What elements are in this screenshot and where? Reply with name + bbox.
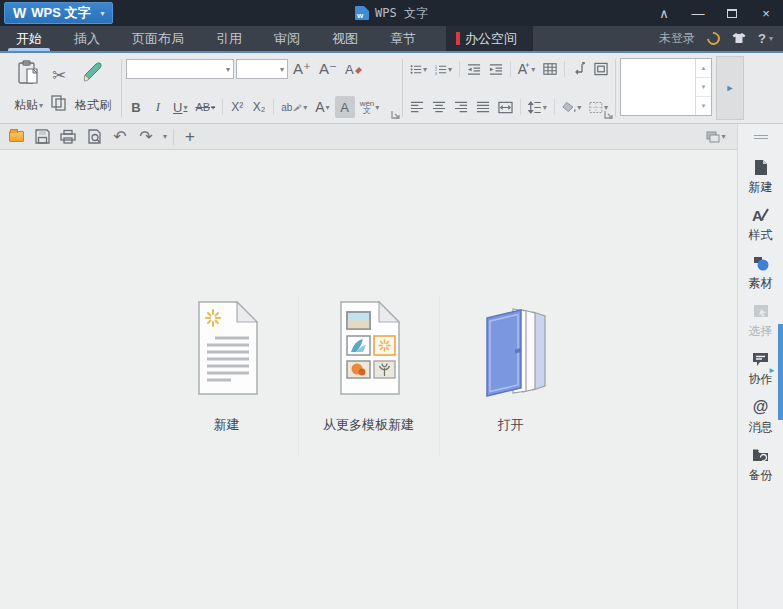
pane-expand-icon[interactable]: ► [768,366,776,375]
format-painter-icon[interactable] [82,61,104,89]
align-right-button[interactable] [451,96,471,118]
tab-references[interactable]: 引用 [200,26,258,51]
sidebar-item-materials[interactable]: 素材 [738,254,783,292]
sidebar-label: 素材 [749,275,773,292]
tab-view[interactable]: 视图 [316,26,374,51]
sidebar-handle[interactable] [738,124,783,150]
decrease-indent-button[interactable] [464,58,484,80]
sidebar-item-styles[interactable]: A 样式 [738,206,783,244]
tab-insert[interactable]: 插入 [58,26,116,51]
new-from-templates-card[interactable]: 从更多模板新建 [298,296,440,456]
tab-office-space[interactable]: 办公空间 [446,26,533,51]
paste-icon[interactable] [17,60,41,90]
gallery-expand-strip[interactable]: ► [716,56,744,120]
switch-layout-button[interactable]: ▾ [701,127,731,147]
align-right-icon [454,101,468,113]
numbered-list-button[interactable]: 123 ▾ [432,58,455,80]
distribute-button[interactable] [495,96,516,118]
shading-button[interactable]: ▾ [559,96,585,118]
style-gallery[interactable]: ▴ ▾ ▾ [620,58,712,116]
sidebar-item-collaborate[interactable]: 协作 [738,350,783,388]
open-label: 打开 [498,416,524,434]
bullet-list-icon [410,63,422,76]
redo-button[interactable]: ↷ [136,127,156,147]
style-scroll-up-button[interactable]: ▴ [696,59,711,78]
tab-review[interactable]: 审阅 [258,26,316,51]
minimize-button[interactable]: — [681,0,715,26]
expand-right-icon: ► [726,83,735,93]
shrink-font-button[interactable]: A⁻ [316,58,340,80]
cut-icon[interactable]: ✂ [52,65,66,86]
copy-icon[interactable] [51,95,67,115]
increase-indent-button[interactable] [486,58,506,80]
print-preview-button[interactable] [84,127,104,147]
show-paragraph-marks-button[interactable] [569,58,589,80]
tab-home[interactable]: 开始 [0,26,58,51]
undo-button[interactable]: ↶ [110,127,130,147]
open-folder-icon [9,131,24,142]
new-document-tab-button[interactable]: + [180,127,200,147]
font-color-button[interactable]: A▾ [312,96,332,118]
sidebar-item-messages[interactable]: @ 消息 [738,398,783,436]
grow-font-button[interactable]: A⁺ [290,58,314,80]
clear-formatting-button[interactable]: A [342,58,366,80]
toolbar-dropdown-icon[interactable]: ▾ [163,132,167,141]
strikethrough-button[interactable]: AB▾ [192,96,218,118]
sidebar-item-select: 选择 [738,302,783,340]
subscript-button[interactable]: X₂ [249,96,269,118]
text-wrapping-button[interactable] [591,58,611,80]
paragraph-dialog-launcher[interactable] [604,110,613,119]
tab-section[interactable]: 章节 [374,26,432,51]
font-name-select[interactable]: ▾ [126,59,234,79]
select-icon [753,302,769,320]
style-scroll-down-button[interactable]: ▾ [696,78,711,97]
text-effects-button[interactable]: A ▾ [515,58,538,80]
format-painter-button[interactable]: 格式刷 [75,97,111,114]
open-card[interactable]: 打开 [440,296,582,456]
phonetic-guide-button[interactable]: wén文 ▾ [357,96,383,118]
collapse-ribbon-button[interactable]: ∧ [647,0,681,26]
paragraph-group: ▾ 123 ▾ A ▾ [403,56,615,120]
sidebar-item-backup[interactable]: 备份 [738,446,783,484]
clear-formatting-label: A [345,62,354,77]
justify-button[interactable] [473,96,493,118]
font-dialog-launcher[interactable] [391,110,400,119]
skin-tshirt-icon[interactable] [732,30,746,48]
align-left-button[interactable] [407,96,427,118]
justify-icon [476,101,490,113]
tab-page-layout[interactable]: 页面布局 [116,26,200,51]
points-icon[interactable] [704,29,722,47]
sparkle-icon [525,61,530,69]
style-more-button[interactable]: ▾ [696,97,711,115]
save-button[interactable] [32,127,52,147]
task-pane-strip[interactable] [778,324,783,420]
insert-table-button[interactable] [540,58,560,80]
open-file-button[interactable] [6,127,26,147]
italic-button[interactable]: I [148,96,168,118]
close-button[interactable]: × [749,0,783,26]
underline-button[interactable]: U▾ [170,96,190,118]
paste-button[interactable]: 粘贴 ▾ [14,97,43,114]
new-document-card[interactable]: 新建 [156,296,298,456]
print-button[interactable] [58,127,78,147]
sidebar-item-new[interactable]: 新建 [738,158,783,196]
wps-menu-button[interactable]: W WPS 文字 ▾ [4,2,113,24]
maximize-button[interactable] [715,0,749,26]
character-shading-button[interactable]: A [335,96,355,118]
small-separator [564,61,565,77]
bullet-list-button[interactable]: ▾ [407,58,430,80]
window-controls: ∧ — × [647,0,783,26]
superscript-button[interactable]: X² [227,96,247,118]
align-center-button[interactable] [429,96,449,118]
line-spacing-button[interactable]: ▾ [525,96,550,118]
materials-icon [752,254,769,272]
chevron-down-icon: ▾ [303,103,307,112]
bold-button[interactable]: B [126,96,146,118]
login-status[interactable]: 未登录 [659,30,695,47]
small-separator [222,99,223,115]
help-button[interactable]: ? ▾ [758,31,773,46]
borders-icon [589,101,603,114]
highlight-button[interactable]: ab▾ [278,96,310,118]
font-size-select[interactable]: ▾ [236,59,288,79]
new-page-icon [753,158,769,176]
